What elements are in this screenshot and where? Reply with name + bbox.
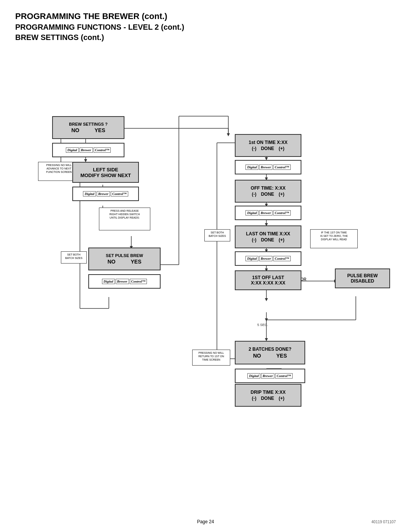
- set-pulse-brew-label: SET PULSE BREW: [106, 253, 143, 258]
- doc-number: 40119 071107: [371, 520, 396, 524]
- logo5-part1: Digital: [245, 210, 258, 216]
- logo2-part1: Digital: [83, 191, 96, 197]
- set-both-note-2: SET BOTH BATCH SIZES: [204, 229, 230, 241]
- last-on-time-box: LAST ON TIME X:XX (-) DONE (+): [235, 225, 301, 248]
- logo-pulse-brew: Digital Brewer Control™: [88, 274, 161, 289]
- logo3-part2: Brewer: [116, 279, 129, 284]
- left-side-row2: MODIFY SHOW NEXT: [80, 173, 131, 178]
- logo-brew-settings: Digital Brewer Control™: [52, 143, 124, 157]
- logo-off-time: Digital Brewer Control™: [235, 206, 301, 220]
- logo-batches-done: Digital Brewer Control™: [235, 369, 305, 383]
- logo-left-side: Digital Brewer Control™: [72, 187, 139, 201]
- logo7-part2: Brewer: [261, 373, 274, 379]
- brew-settings-label: BREW SETTINGS ?: [69, 122, 107, 126]
- if-1st-on-note: IF THE 1ST ON TIME IS SET TO ZERO, THE D…: [310, 229, 358, 248]
- set-both-note-1: SET BOTH BATCH SIZES: [61, 251, 87, 264]
- summary-row2: X:XX X:XX X:XX: [251, 280, 285, 286]
- drip-time-row1: DRIP TIME X:XX: [251, 390, 286, 395]
- svg-marker-43: [265, 318, 268, 321]
- logo6-part2: Brewer: [259, 256, 272, 261]
- batches-done-box: 2 BATCHES DONE? NO YES: [235, 341, 305, 364]
- left-side-box: LEFT SIDE MODIFY SHOW NEXT: [72, 162, 139, 183]
- logo6-part1: Digital: [245, 256, 258, 261]
- pulse-brew-row2: DISABLED: [351, 278, 374, 284]
- press-release-note: PRESS AND RELEASE RIGHT HIDDEN SWITCH UN…: [99, 208, 150, 230]
- logo-part1: Digital: [66, 147, 79, 153]
- on-time-row1: 1st ON TIME X:XX: [249, 140, 287, 145]
- logo4-part1: Digital: [245, 165, 258, 170]
- summary-row1: 1ST OFF LAST: [252, 275, 284, 280]
- on-time-box: 1st ON TIME X:XX (-) DONE (+): [235, 134, 301, 157]
- logo6-part3: Control™: [273, 256, 291, 261]
- logo4-part2: Brewer: [259, 165, 272, 170]
- svg-marker-4: [227, 133, 230, 136]
- logo5-part2: Brewer: [259, 210, 272, 216]
- off-time-row1: OFF TIME: X:XX: [251, 185, 285, 191]
- batches-done-yes: YES: [276, 353, 287, 359]
- logo5-part3: Control™: [273, 210, 291, 216]
- summary-box: 1ST OFF LAST X:XX X:XX X:XX: [235, 270, 301, 290]
- logo2-part2: Brewer: [97, 191, 110, 197]
- page-header: PROGRAMMING THE BREWER (cont.) PROGRAMMI…: [15, 11, 396, 42]
- set-pulse-brew-no: NO: [107, 259, 115, 265]
- logo-last-on-time: Digital Brewer Control™: [235, 251, 301, 266]
- logo-part3: Control™: [94, 147, 111, 153]
- logo7-part3: Control™: [275, 373, 293, 379]
- last-on-time-row1: LAST ON TIME X:XX: [246, 231, 290, 236]
- logo-on-time: Digital Brewer Control™: [235, 160, 301, 174]
- pulse-brew-disabled-box: PULSE BREW DISABLED: [335, 268, 390, 288]
- 5-sec-label: 5 SEC.: [257, 323, 268, 327]
- or-label: OR: [301, 277, 306, 281]
- brew-settings-yes: YES: [94, 127, 105, 133]
- header-line3: BREW SETTINGS (cont.): [15, 33, 396, 42]
- logo2-part3: Control™: [111, 191, 128, 197]
- batches-done-no: NO: [253, 353, 261, 359]
- logo3-part3: Control™: [130, 279, 147, 284]
- batches-done-row1: 2 BATCHES DONE?: [249, 347, 291, 352]
- logo-part2: Brewer: [80, 147, 93, 153]
- drip-time-box: DRIP TIME X:XX (-) DONE (+): [235, 384, 301, 407]
- logo4-part3: Control™: [273, 165, 291, 170]
- off-time-box: OFF TIME: X:XX (-) DONE (+): [235, 180, 301, 203]
- header-line1: PROGRAMMING THE BREWER (cont.): [15, 11, 396, 21]
- brew-settings-no: NO: [71, 127, 79, 133]
- page-footer: Page 24 40119 071107: [15, 519, 396, 524]
- pressing-no-note-2: PRESSING NO WILL RETURN TO 1ST ON TIME S…: [192, 350, 230, 366]
- header-line2: PROGRAMMING FUNCTIONS - LEVEL 2 (cont.): [15, 23, 396, 32]
- svg-marker-37: [265, 298, 268, 301]
- left-side-row1: LEFT SIDE: [93, 167, 118, 173]
- pulse-brew-row1: PULSE BREW: [347, 273, 378, 278]
- logo7-part1: Digital: [247, 373, 260, 379]
- brew-settings-box: BREW SETTINGS ? NO YES: [52, 116, 124, 139]
- diagram-area: BREW SETTINGS ? NO YES Digital Brewer Co…: [15, 50, 396, 499]
- page-number: Page 24: [197, 519, 214, 524]
- set-pulse-brew-box: SET PULSE BREW NO YES: [88, 248, 161, 270]
- set-pulse-brew-yes: YES: [131, 259, 141, 265]
- logo3-part1: Digital: [102, 279, 115, 284]
